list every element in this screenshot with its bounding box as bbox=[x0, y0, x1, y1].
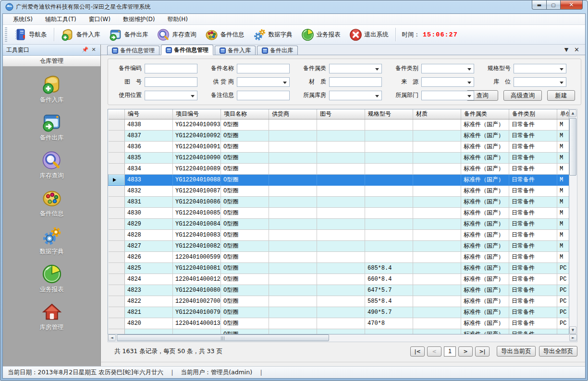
sidebar-item-part-inbound[interactable]: 备件入库 bbox=[35, 72, 69, 106]
tab-part-inbound[interactable]: 备件入库 bbox=[215, 46, 256, 55]
row-selector-cell[interactable] bbox=[109, 185, 125, 196]
toolbar-button-part-outbound[interactable]: 备件出库 bbox=[105, 26, 153, 43]
table-row-4827[interactable]: 4827YG12204010082O型圈标准件（国产）日常备件M bbox=[109, 240, 570, 251]
part-code-field[interactable] bbox=[145, 64, 197, 73]
maximize-button[interactable]: ▢ bbox=[546, 0, 560, 10]
table-row-4836[interactable]: 4836YG12204010091O型圈标准件（国产）日常备件M bbox=[109, 141, 570, 152]
sidebar-item-part-info[interactable]: 备件信息 bbox=[35, 186, 69, 220]
tab-part-info-mgmt-2[interactable]: 备件信息管理 bbox=[161, 45, 213, 55]
part-name-field[interactable] bbox=[237, 64, 290, 73]
column-header-part-type[interactable]: 备件类别 bbox=[509, 109, 557, 119]
scroll-down-icon[interactable]: ▼ bbox=[569, 326, 576, 334]
row-selector-cell[interactable] bbox=[109, 196, 125, 207]
row-selector-cell[interactable] bbox=[109, 329, 125, 334]
row-selector-cell[interactable] bbox=[109, 274, 125, 285]
toolbar-button-stock-query[interactable]: 库存查询 bbox=[153, 26, 201, 43]
prev-page-button[interactable]: < bbox=[427, 346, 441, 357]
material-field[interactable] bbox=[329, 77, 382, 87]
export-current-button[interactable]: 导出当前页 bbox=[497, 346, 536, 357]
row-selector-cell[interactable] bbox=[109, 218, 125, 229]
table-row-4832[interactable]: 4832YG12204010087O型圈标准件（国产）日常备件M bbox=[109, 185, 570, 196]
row-selector-cell[interactable] bbox=[109, 285, 125, 296]
column-header-project-code[interactable]: 项目编号 bbox=[173, 109, 221, 119]
table-row-4838[interactable]: 4838YG12204010093O型圈标准件（国产）日常备件M bbox=[109, 119, 570, 130]
tab-close-icon[interactable]: ✕ bbox=[574, 47, 579, 53]
sidebar-item-warehouse-mgmt[interactable]: 库房管理 bbox=[35, 300, 69, 333]
row-selector-cell[interactable] bbox=[109, 130, 125, 141]
column-header-part-class[interactable]: 备件属类 bbox=[461, 109, 509, 119]
tab-part-info-mgmt-1[interactable]: 备件信息管理 bbox=[107, 46, 159, 55]
part-class-select[interactable] bbox=[329, 64, 382, 73]
table-row-4831[interactable]: 4831YG12204010086O型圈标准件（国产）日常备件M bbox=[109, 196, 570, 207]
export-all-button[interactable]: 导出全部页 bbox=[539, 346, 578, 357]
table-row-4823[interactable]: 4823YG12204010080O型圈647*5.7标准件（国产）日常备件PC bbox=[109, 285, 570, 296]
table-row-4828[interactable]: 4828YG12204010083O型圈标准件（国产）日常备件M bbox=[109, 229, 570, 240]
sidebar-item-part-outbound[interactable]: 备件出库 bbox=[35, 110, 69, 144]
table-row-4830[interactable]: 4830YG12204010085O型圈标准件（国产）日常备件M bbox=[109, 207, 570, 218]
row-selector-cell[interactable] bbox=[109, 163, 125, 174]
table-row-4829[interactable]: 4829YG12204010084O型圈标准件（国产）日常备件M bbox=[109, 218, 570, 229]
figure-no-field[interactable] bbox=[145, 77, 197, 87]
toolbar-button-exit-system[interactable]: 退出系统 bbox=[345, 26, 393, 43]
page-input[interactable] bbox=[444, 346, 456, 357]
remark-field[interactable] bbox=[237, 91, 290, 100]
table-row-4833[interactable]: 4833YG12204010088O型圈标准件（国产）日常备件M bbox=[109, 174, 570, 185]
source-select[interactable] bbox=[421, 77, 474, 87]
menu-item-2[interactable]: 窗口(W) bbox=[83, 14, 117, 25]
next-page-button[interactable]: > bbox=[458, 346, 473, 357]
department-select[interactable] bbox=[421, 91, 474, 100]
h-scroll-thumb[interactable] bbox=[117, 334, 329, 341]
row-selector-cell[interactable] bbox=[109, 141, 125, 152]
row-selector-cell[interactable] bbox=[109, 229, 125, 240]
scroll-left-icon[interactable]: ◄ bbox=[108, 334, 116, 341]
location-select[interactable] bbox=[514, 77, 566, 87]
menu-item-3[interactable]: 数据维护(D) bbox=[117, 14, 161, 25]
last-page-button[interactable]: >| bbox=[475, 346, 490, 357]
table-row-4834[interactable]: 4834YG12204010089O型圈标准件（国产）日常备件M bbox=[109, 163, 570, 174]
h-scroll-track[interactable] bbox=[116, 334, 569, 342]
tab-list-dropdown-icon[interactable]: ▼ bbox=[564, 47, 568, 52]
v-scroll-thumb[interactable] bbox=[569, 118, 576, 176]
row-selector-cell[interactable] bbox=[109, 296, 125, 307]
row-selector-cell[interactable] bbox=[109, 251, 125, 262]
table-row-partial[interactable]: O型圈标准件（国产）日常备件 bbox=[109, 329, 570, 334]
column-header-figure-no[interactable]: 图号 bbox=[317, 109, 365, 119]
column-header-project-name[interactable]: 项目名称 bbox=[221, 109, 269, 119]
menu-item-4[interactable]: 帮助(H) bbox=[161, 14, 194, 25]
column-header-supplier[interactable]: 供货商 bbox=[269, 109, 317, 119]
row-selector-cell[interactable] bbox=[109, 318, 125, 329]
row-selector-cell[interactable] bbox=[109, 174, 125, 185]
table-row-4824[interactable]: 48241220401400012O型圈660*8.4标准件（国产）日常备件PC bbox=[109, 274, 570, 285]
sidebar-section-warehouse[interactable]: 仓库管理 bbox=[3, 56, 100, 67]
column-header-row-selector[interactable] bbox=[109, 109, 125, 119]
close-button[interactable]: ✕ bbox=[560, 0, 583, 10]
tab-part-outbound[interactable]: 备件出库 bbox=[257, 46, 298, 55]
first-page-button[interactable]: |< bbox=[410, 346, 425, 357]
table-row-4821[interactable]: 4821YG12204010079O型圈490*5.7标准件（国产）日常备件PC bbox=[109, 307, 570, 318]
table-row-4826[interactable]: 48261220401000599O型圈标准件（国产）日常备件M bbox=[109, 251, 570, 262]
sidebar-item-stock-query[interactable]: 库存查询 bbox=[35, 148, 69, 182]
toolbar-button-part-info[interactable]: 备件信息 bbox=[201, 26, 249, 43]
sidebar-close-icon[interactable]: ✕ bbox=[90, 47, 97, 53]
toolbar-button-navigator[interactable]: 导航条 bbox=[9, 26, 51, 43]
pin-icon[interactable]: 📌 bbox=[82, 47, 88, 53]
row-selector-cell[interactable] bbox=[109, 119, 125, 130]
menu-item-1[interactable]: 辅助工具(T) bbox=[39, 14, 83, 25]
new-button[interactable]: 新建 bbox=[547, 90, 575, 101]
menu-item-0[interactable]: 系统(S) bbox=[7, 14, 39, 25]
use-position-select[interactable] bbox=[145, 91, 197, 100]
column-header-material[interactable]: 材质 bbox=[413, 109, 461, 119]
toolbar-grip[interactable] bbox=[5, 27, 7, 42]
toolbar-button-data-dict[interactable]: 数据字典 bbox=[249, 26, 297, 43]
toolbar-button-biz-report[interactable]: 业务报表 bbox=[297, 26, 345, 43]
sidebar-item-biz-report[interactable]: 业务报表 bbox=[35, 262, 69, 296]
scroll-right-icon[interactable]: ► bbox=[569, 334, 577, 341]
column-header-part-id[interactable]: 编号 bbox=[125, 109, 173, 119]
spec-model-select[interactable] bbox=[514, 64, 566, 73]
advanced-query-button[interactable]: 高级查询 bbox=[503, 90, 542, 101]
v-scrollbar[interactable]: ▲ ▼ bbox=[569, 109, 577, 334]
row-selector-cell[interactable] bbox=[109, 207, 125, 218]
minimize-button[interactable]: ▬ bbox=[532, 0, 546, 10]
row-selector-cell[interactable] bbox=[109, 240, 125, 251]
table-row-4820[interactable]: 48201220401400013O型圈470*8标准件（国产）日常备件PC bbox=[109, 318, 570, 329]
